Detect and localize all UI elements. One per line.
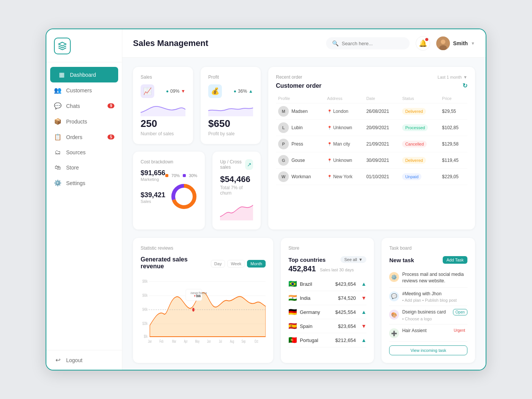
search-input[interactable]	[342, 41, 404, 46]
country-value: $23,654	[338, 323, 356, 329]
sidebar-item-chats[interactable]: 💬 Chats 9	[46, 98, 122, 114]
avatar: M	[278, 106, 289, 117]
profile-cell: P Press	[276, 136, 325, 152]
table-row: L Lubin 📍Unknown 20/09/2021 Processed $1…	[276, 120, 467, 136]
list-item: 🎨 Dseign business card Open • Choose a l…	[389, 306, 467, 325]
task-icon: ⚙️	[389, 272, 399, 282]
trend-icon: ▼	[361, 323, 367, 329]
app-container: ▦ Dashboard 👥 Customers 💬 Chats 9 📦 Prod…	[46, 28, 486, 370]
marketing-pct: 70%	[171, 173, 180, 178]
main-area: Sales Management 🔍 🔔 Smith ▼	[122, 29, 486, 370]
sidebar-item-sources[interactable]: 🗂 Sources	[46, 145, 122, 160]
recent-order-header: Recent order Last 1 month ▼	[276, 74, 467, 80]
profit-value: $650	[208, 118, 253, 130]
logout-item[interactable]: ↩ Logout	[54, 356, 114, 364]
col-profile: Profile	[276, 94, 325, 103]
customers-icon: 👥	[54, 87, 62, 94]
sidebar-item-products[interactable]: 📦 Products	[46, 114, 122, 129]
address-cell: 📍Unknown	[325, 120, 364, 136]
svg-text:Mar: Mar	[172, 340, 176, 344]
task-content: Process mail and social media reviews ne…	[402, 271, 467, 284]
upcross-title: Up / Cross sales	[220, 159, 245, 170]
profile-name: Workman	[291, 174, 311, 179]
status-cell: Cancelled	[400, 136, 440, 152]
view-incoming-button[interactable]: View incoming task	[389, 345, 467, 355]
status-badge: Delivered	[402, 108, 426, 115]
user-area[interactable]: Smith ▼	[436, 36, 475, 50]
col-status: Status	[400, 94, 440, 103]
cost-breakdown-card: Cost brackdown $91,656 Marketing 70%	[133, 152, 205, 230]
settings-icon: ⚙️	[54, 179, 62, 187]
logo-icon	[54, 38, 71, 54]
orders-badge: 5	[108, 135, 114, 139]
sales-pct-label: 30%	[189, 173, 197, 178]
sidebar-item-label: Customers	[66, 87, 92, 93]
country-flag: 🇩🇪	[288, 308, 297, 316]
svg-point-1	[441, 40, 445, 44]
orders-icon: 📋	[54, 133, 62, 141]
status-cell: Unpaid	[400, 169, 440, 185]
task-text: Process mail and social media reviews ne…	[402, 271, 467, 284]
sidebar-item-customers[interactable]: 👥 Customers	[46, 82, 122, 98]
upcross-icon: ↗	[245, 159, 253, 170]
list-item: 🇪🇸 Spain $23,654 ▼	[288, 319, 367, 333]
sidebar-item-label: Sources	[66, 149, 86, 155]
sidebar-item-settings[interactable]: ⚙️ Settings	[46, 175, 122, 191]
sidebar-item-orders[interactable]: 📋 Orders 5	[46, 129, 122, 145]
avatar: L	[278, 122, 289, 133]
sales-cost-value: $39,421	[141, 191, 165, 199]
sidebar-item-store[interactable]: 🛍 Store	[46, 160, 122, 175]
customer-order-title: Customer order ↻	[276, 82, 467, 89]
sales-pct: ● 09% ▼	[166, 89, 185, 94]
chart-title: Generated sales revenue	[141, 256, 211, 270]
location-icon: 📍	[327, 142, 332, 146]
see-all-button[interactable]: See all ▼	[340, 256, 367, 263]
refresh-icon[interactable]: ↻	[462, 82, 467, 89]
list-item: 🇵🇹 Portugal $212,654 ▲	[288, 333, 367, 347]
sales-mini-chart	[141, 101, 185, 118]
task-board-label: Task board	[389, 245, 467, 251]
chats-icon: 💬	[54, 102, 62, 109]
list-item: ⚙️ Process mail and social media reviews…	[389, 268, 467, 288]
country-value: $425,554	[335, 309, 356, 315]
profile-cell: L Lubin	[276, 120, 325, 136]
top-countries-title: Top countries	[288, 256, 326, 263]
svg-point-17	[192, 308, 195, 312]
sidebar-item-dashboard[interactable]: ▦ Dashboard	[50, 67, 118, 82]
task-content: Hair Assient Urgent	[402, 328, 467, 334]
date-cell: 26/08/2021	[364, 103, 400, 120]
profit-card: Profit 💰 ● 36% ▲	[201, 67, 261, 144]
user-name: Smith	[453, 40, 468, 46]
task-icon: ➕	[389, 328, 399, 338]
month-btn[interactable]: Month	[247, 260, 266, 268]
day-btn[interactable]: Day	[211, 260, 225, 268]
status-badge: Cancelled	[402, 141, 427, 147]
trend-icon: ▼	[361, 295, 367, 301]
filter-dropdown[interactable]: Last 1 month ▼	[438, 75, 467, 79]
add-task-button[interactable]: Add Task	[443, 256, 467, 264]
week-btn[interactable]: Week	[227, 260, 245, 268]
country-name: Portugal	[300, 337, 332, 343]
trend-icon: ▲	[361, 309, 367, 315]
location-icon: 📍	[327, 126, 332, 130]
profile-cell: W Workman	[276, 169, 325, 185]
country-list: 🇧🇷 Brazil $423,654 ▲ 🇮🇳 India $74,520 ▼ …	[288, 277, 367, 347]
search-box[interactable]: 🔍	[326, 37, 410, 49]
profile-cell: M Madsen	[276, 103, 325, 120]
top-section: Sales 📈 ● 09% ▼	[133, 67, 475, 230]
topbar: Sales Management 🔍 🔔 Smith ▼	[122, 29, 486, 58]
sidebar: ▦ Dashboard 👥 Customers 💬 Chats 9 📦 Prod…	[46, 29, 122, 370]
svg-text:▼: ▼	[194, 294, 196, 298]
profile-name: Gouse	[291, 158, 305, 163]
task-card: Task board New task Add Task ⚙️ Process …	[382, 238, 475, 363]
store-card: Store Top countries See all ▼ 452,841 Sa…	[281, 238, 374, 363]
task-tag-open: Open	[453, 309, 467, 315]
sidebar-logout[interactable]: ↩ Logout	[46, 350, 122, 370]
country-value: $423,654	[335, 281, 356, 287]
location-icon: 📍	[327, 175, 332, 179]
notification-button[interactable]: 🔔	[416, 36, 430, 51]
svg-text:$0k: $0k	[144, 335, 147, 339]
chart-card: Statistic reviews Generated sales revenu…	[133, 238, 273, 363]
svg-text:May: May	[195, 340, 200, 344]
see-all-chevron: ▼	[359, 257, 363, 262]
